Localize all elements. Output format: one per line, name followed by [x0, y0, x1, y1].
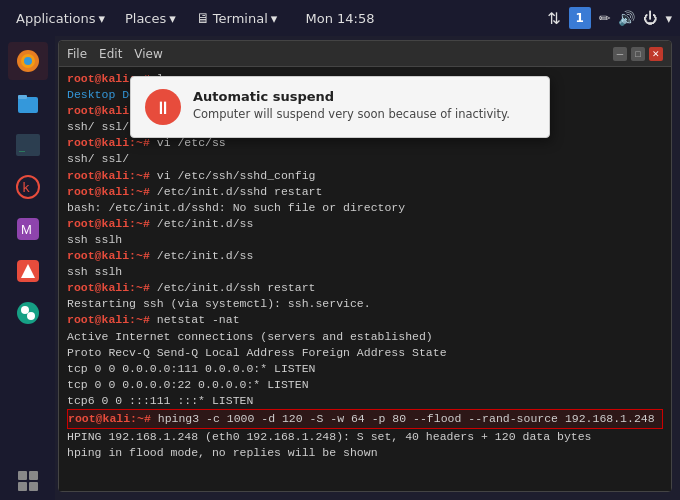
sidebar-icon-grid[interactable] [8, 462, 48, 500]
sidebar-icon-app3[interactable] [8, 252, 48, 290]
sidebar-icon-app2[interactable]: M [8, 210, 48, 248]
svg-text:_: _ [19, 140, 26, 152]
terminal-line-10: root@kali:~# /etc/init.d/ss [67, 216, 663, 232]
menu-view[interactable]: View [134, 47, 162, 61]
terminal-line-19: tcp 0 0 0.0.0.0:111 0.0.0.0:* LISTEN [67, 361, 663, 377]
window-controls: ─ □ ✕ [613, 47, 663, 61]
sidebar-icon-firefox[interactable] [8, 42, 48, 80]
suspend-notification: ⏸ Automatic suspend Computer will suspen… [130, 76, 550, 138]
svg-rect-4 [18, 95, 27, 99]
places-chevron: ▾ [169, 11, 176, 26]
svg-rect-3 [18, 97, 38, 113]
terminal-menu: File Edit View [67, 47, 163, 61]
power-icon: ⏻ [643, 10, 657, 26]
volume-icon: 🔊 [618, 10, 635, 26]
svg-point-15 [27, 312, 35, 320]
terminal-line-16: root@kali:~# netstat -nat [67, 312, 663, 328]
terminal-line-8: root@kali:~# /etc/init.d/sshd restart [67, 184, 663, 200]
svg-rect-17 [29, 471, 38, 480]
terminal-chevron: ▾ [271, 11, 278, 26]
suspend-title: Automatic suspend [193, 89, 510, 104]
applications-menu[interactable]: Applications ▾ [8, 9, 113, 28]
screenshot-icon: ✏ [599, 10, 611, 26]
minimize-button[interactable]: ─ [613, 47, 627, 61]
applications-chevron: ▾ [98, 11, 105, 26]
terminal-line-13: ssh sslh [67, 264, 663, 280]
applications-label: Applications [16, 11, 95, 26]
power-chevron: ▾ [665, 11, 672, 26]
suspend-icon: ⏸ [145, 89, 181, 125]
terminal-label: Terminal [213, 11, 268, 26]
menu-edit[interactable]: Edit [99, 47, 122, 61]
suspend-icon-symbol: ⏸ [154, 97, 172, 118]
terminal-line-14: root@kali:~# /etc/init.d/ssh restart [67, 280, 663, 296]
taskbar-clock: Mon 14:58 [305, 11, 374, 26]
terminal-line-12: root@kali:~# /etc/init.d/ss [67, 248, 663, 264]
workspace-indicator[interactable]: 1 [569, 7, 591, 29]
sidebar-icon-terminal[interactable]: _ [8, 126, 48, 164]
places-menu[interactable]: Places ▾ [117, 9, 184, 28]
dir-desktop: Desktop [67, 88, 115, 101]
terminal-icon: 🖥 [196, 10, 210, 26]
taskbar-left: Applications ▾ Places ▾ 🖥 Terminal ▾ [8, 8, 285, 28]
taskbar: Applications ▾ Places ▾ 🖥 Terminal ▾ Mon… [0, 0, 680, 36]
terminal-line-20: tcp 0 0 0.0.0.0:22 0.0.0.0:* LISTEN [67, 377, 663, 393]
svg-rect-18 [18, 482, 27, 491]
desktop: _ k M Fil [0, 36, 680, 500]
terminal-line-17: Active Internet connections (servers and… [67, 329, 663, 345]
sidebar: _ k M [0, 36, 55, 500]
svg-text:k: k [22, 180, 30, 195]
svg-rect-16 [18, 471, 27, 480]
terminal-line-15: Restarting ssh (via systemctl): ssh.serv… [67, 296, 663, 312]
places-label: Places [125, 11, 166, 26]
terminal-line-11: ssh sslh [67, 232, 663, 248]
suspend-text: Automatic suspend Computer will suspend … [193, 89, 510, 121]
terminal-line-hping: root@kali:~# hping3 -c 1000 -d 120 -S -w… [67, 409, 663, 429]
taskbar-right: ⇅ 1 ✏ 🔊 ⏻ ▾ [547, 7, 672, 29]
terminal-line-6: ssh/ ssl/ [67, 151, 663, 167]
time-display: Mon 14:58 [305, 11, 374, 26]
terminal-line-7: root@kali:~# vi /etc/ssh/sshd_config [67, 168, 663, 184]
terminal-line-9: bash: /etc/init.d/sshd: No such file or … [67, 200, 663, 216]
terminal-line-21: tcp6 0 0 :::111 :::* LISTEN [67, 393, 663, 409]
sidebar-icon-files[interactable] [8, 84, 48, 122]
network-icon: ⇅ [547, 9, 560, 28]
svg-rect-19 [29, 482, 38, 491]
sidebar-icon-app4[interactable] [8, 294, 48, 332]
menu-file[interactable]: File [67, 47, 87, 61]
sidebar-icon-app1[interactable]: k [8, 168, 48, 206]
close-button[interactable]: ✕ [649, 47, 663, 61]
svg-point-13 [17, 302, 39, 324]
workspace-number: 1 [576, 11, 584, 25]
svg-text:M: M [21, 222, 32, 237]
terminal-taskbar-btn[interactable]: 🖥 Terminal ▾ [188, 8, 285, 28]
terminal-titlebar: File Edit View ─ □ ✕ [59, 41, 671, 67]
terminal-line-hping-out1: HPING 192.168.1.248 (eth0 192.168.1.248)… [67, 429, 663, 445]
maximize-button[interactable]: □ [631, 47, 645, 61]
svg-point-14 [21, 306, 29, 314]
suspend-message: Computer will suspend very soon because … [193, 107, 510, 121]
terminal-line-hping-out2: hping in flood mode, no replies will be … [67, 445, 663, 461]
svg-point-2 [24, 57, 32, 65]
terminal-line-18: Proto Recv-Q Send-Q Local Address Foreig… [67, 345, 663, 361]
